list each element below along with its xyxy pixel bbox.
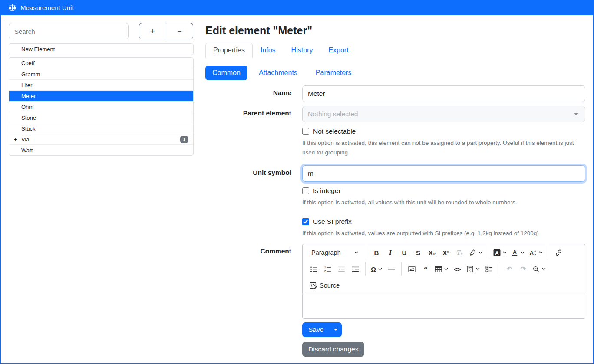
sidebar-item-liter[interactable]: Liter <box>9 79 193 90</box>
sidebar-item-label: Gramm <box>21 71 40 78</box>
superscript-button[interactable]: X² <box>439 246 452 259</box>
name-input[interactable] <box>302 85 585 102</box>
toolbar-separator <box>488 246 488 259</box>
heading-dropdown[interactable]: Paragraph <box>307 246 363 259</box>
is-integer-label[interactable]: Is integer <box>313 187 341 195</box>
numbered-list-button[interactable]: 1.2. <box>321 262 334 275</box>
font-color-button[interactable]: A <box>509 246 526 259</box>
todo-list-icon <box>485 266 493 273</box>
font-size-button[interactable]: A <box>527 246 544 259</box>
underline-button[interactable]: U <box>398 246 411 259</box>
sidebar-item-stone[interactable]: Stone <box>9 112 193 123</box>
save-button[interactable]: Save <box>302 322 330 337</box>
bulleted-list-button[interactable] <box>307 262 320 275</box>
insert-table-button[interactable] <box>433 262 450 275</box>
source-button[interactable]: Source <box>307 279 342 292</box>
sidebar-item-new-element[interactable]: New Element <box>9 44 193 55</box>
highlight-button[interactable] <box>467 246 484 259</box>
tab-history[interactable]: History <box>284 43 321 58</box>
add-element-button[interactable]: + <box>139 23 166 39</box>
app-window: Measurement Unit + − New Element CoeffGr… <box>0 0 594 364</box>
page-title: Edit element "Meter" <box>205 24 587 37</box>
tab-export[interactable]: Export <box>320 43 356 58</box>
font-background-color-button[interactable]: A <box>492 246 508 259</box>
use-si-prefix-label[interactable]: Use SI prefix <box>313 218 352 226</box>
strikethrough-button[interactable]: S <box>412 246 425 259</box>
font-background-color-icon: A <box>493 249 501 256</box>
code-block-button[interactable]: <> <box>465 262 482 275</box>
chevron-down-icon <box>542 268 546 270</box>
sidebar-item-label: Watt <box>21 147 33 154</box>
search-input[interactable] <box>9 23 129 39</box>
tab-infos[interactable]: Infos <box>253 43 284 58</box>
subtab-common[interactable]: Common <box>205 66 248 80</box>
editor-content-area[interactable] <box>303 294 585 318</box>
insert-table-icon <box>435 266 442 273</box>
is-integer-checkbox[interactable] <box>302 187 309 194</box>
todo-list-button[interactable] <box>482 262 495 275</box>
outdent-icon <box>338 266 345 273</box>
unit-symbol-label: Unit symbol <box>205 165 291 182</box>
toolbar-separator <box>365 262 366 276</box>
font-size-icon: A <box>529 249 537 256</box>
special-characters-button[interactable]: Ω <box>369 262 384 275</box>
save-dropdown-toggle[interactable] <box>330 322 342 337</box>
parent-element-select[interactable]: Nothing selected <box>302 106 585 122</box>
sidebar-item-label: Meter <box>21 93 36 99</box>
save-button-group: Save <box>302 322 342 337</box>
remove-format-button[interactable]: Tₓ <box>453 246 466 259</box>
bold-button[interactable]: B <box>370 246 383 259</box>
new-element-box: New Element <box>9 43 194 55</box>
not-selectable-help: If this option is activated, this elemen… <box>302 138 585 157</box>
link-button[interactable] <box>552 246 565 259</box>
subtab-attachments[interactable]: Attachments <box>252 66 304 80</box>
svg-text:2.: 2. <box>324 269 327 272</box>
chevron-down-icon <box>478 251 482 254</box>
remove-element-button[interactable]: − <box>166 23 193 39</box>
sidebar-item-label: Stone <box>21 115 36 121</box>
sidebar-item-label: Vial <box>21 136 30 143</box>
tab-properties[interactable]: Properties <box>205 43 253 58</box>
sidebar-item-label: Liter <box>21 82 32 89</box>
chevron-down-icon <box>521 251 525 254</box>
block-quote-button[interactable]: “ <box>419 262 432 275</box>
find-replace-button[interactable] <box>531 262 548 275</box>
element-tree: CoeffGrammLiterMeterOhmStoneStück+Vial1W… <box>9 57 194 156</box>
outdent-button[interactable] <box>335 262 348 275</box>
horizontal-line-icon <box>388 266 395 273</box>
expand-plus-icon[interactable]: + <box>14 136 17 143</box>
indent-button[interactable] <box>349 262 362 275</box>
chevron-down-icon <box>378 268 382 270</box>
sidebar-item-meter[interactable]: Meter <box>9 90 193 101</box>
editor-toolbar: ParagraphBIUSX₂X²TₓAAA1.2.Ω“<><>↶↷Source <box>303 244 585 294</box>
redo-button[interactable]: ↷ <box>517 262 530 275</box>
comment-editor: ParagraphBIUSX₂X²TₓAAA1.2.Ω“<><>↶↷Source <box>302 244 585 319</box>
code-button[interactable]: <> <box>451 262 464 275</box>
sidebar-item-label: Stück <box>21 125 36 132</box>
sidebar-item-gramm[interactable]: Gramm <box>9 69 193 79</box>
remove-format-glyph: Tₓ <box>457 249 463 256</box>
balance-scale-icon <box>8 4 16 11</box>
indent-icon <box>352 266 359 273</box>
discard-changes-button[interactable]: Discard changes <box>302 342 364 357</box>
undo-button[interactable]: ↶ <box>503 262 516 275</box>
toolbar-separator <box>366 246 366 259</box>
sidebar-item-coeff[interactable]: Coeff <box>9 58 193 69</box>
top-navbar: Measurement Unit <box>0 0 594 15</box>
source-icon <box>310 282 317 289</box>
use-si-prefix-checkbox[interactable] <box>302 218 309 225</box>
app-title: Measurement Unit <box>20 4 74 11</box>
subscript-button[interactable]: X₂ <box>426 246 439 259</box>
horizontal-line-button[interactable] <box>385 262 398 275</box>
sidebar-item-watt[interactable]: Watt <box>9 144 193 155</box>
unit-symbol-input[interactable] <box>302 165 585 182</box>
not-selectable-label[interactable]: Not selectable <box>313 128 356 135</box>
subtab-parameters[interactable]: Parameters <box>309 66 359 80</box>
sidebar-item-ohm[interactable]: Ohm <box>9 101 193 112</box>
sidebar-item-vial[interactable]: +Vial1 <box>9 134 193 144</box>
not-selectable-checkbox[interactable] <box>302 128 309 135</box>
bulleted-list-icon <box>310 266 317 273</box>
italic-button[interactable]: I <box>384 246 397 259</box>
insert-image-button[interactable] <box>405 262 418 275</box>
sidebar-item-st-ck[interactable]: Stück <box>9 123 193 134</box>
